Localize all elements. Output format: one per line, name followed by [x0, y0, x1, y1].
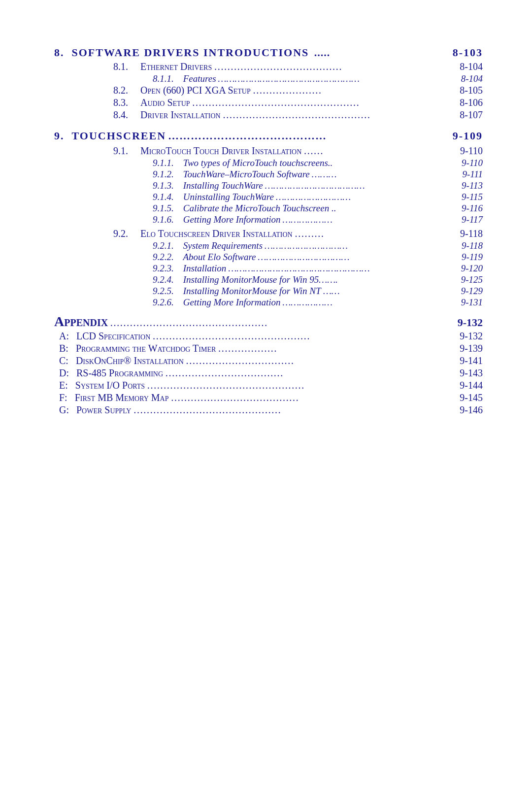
section-9-1-3-number: 9.1.3.: [153, 180, 174, 191]
section-9-1-4-dots: ………………………: [276, 192, 460, 202]
toc: 8. SOFTWARE DRIVERS INTRODUCTIONS ..... …: [54, 46, 483, 416]
toc-section-9-1-4[interactable]: 9.1.4. Uninstalling TouchWare ……………………… …: [54, 192, 483, 202]
section-9-2-2-page: 9-119: [462, 252, 483, 263]
appendix-title: Appendix: [54, 314, 108, 329]
toc-section-9-2-6[interactable]: 9.2.6. Getting More Information ……………… 9…: [54, 297, 483, 308]
section-9-2-3-title: Installation: [183, 263, 227, 273]
section-8-1-1-page: 8-104: [461, 73, 483, 84]
appendix-e-label: E:: [59, 380, 68, 391]
toc-appendix-g[interactable]: G: Power Supply ……………………………………… 9-146: [54, 404, 483, 416]
toc-section-8-1-1[interactable]: 8.1.1. Features …………………………………………… 8-104: [54, 73, 483, 84]
section-9-2-4-number: 9.2.4.: [153, 274, 174, 285]
toc-section-9-2-4[interactable]: 9.2.4. Installing MonitorMouse for Win 9…: [54, 274, 483, 285]
toc-section-9-1[interactable]: 9.1. MicroTouch Touch Driver Installatio…: [54, 145, 483, 157]
toc-appendix-b[interactable]: B: Programming the Watchdog Timer …………………: [54, 343, 483, 354]
section-9-2-3-page: 9-120: [461, 263, 483, 274]
toc-section-9-1-6[interactable]: 9.1.6. Getting More Information ……………… 9…: [54, 214, 483, 225]
appendix-b-title: Programming the Watchdog Timer: [76, 343, 216, 354]
section-8-2-title: Open (660) PCI XGA Setup: [140, 85, 251, 96]
toc-section-9-2-5[interactable]: 9.2.5. Installing MonitorMouse for Win N…: [54, 286, 483, 297]
section-9-1-2-dots: ………: [312, 169, 461, 180]
section-9-1-2-page: 9-111: [462, 169, 483, 180]
section-9-2-5-number: 9.2.5.: [153, 286, 174, 296]
toc-appendix[interactable]: Appendix ………………………………………… 9-132: [54, 314, 483, 330]
section-8-1-1-title: Features: [183, 73, 216, 84]
toc-section-9-1-3[interactable]: 9.1.3. Installing TouchWare …………………………………: [54, 180, 483, 191]
toc-section-8-2[interactable]: 8.2. Open (660) PCI XGA Setup ………………… 8-…: [54, 85, 483, 96]
appendix-c-title: DiskOnChip® Installation: [76, 355, 184, 366]
section-9-1-3-page: 9-113: [462, 180, 483, 191]
appendix-a-dots: …………………………………………: [152, 331, 458, 342]
section-9-1-4-number: 9.1.4.: [153, 192, 174, 202]
section-9-1-number: 9.1.: [113, 145, 128, 156]
section-9-1-5-page: 9-116: [462, 203, 483, 214]
section-8-1-title: Ethernet Drivers: [140, 61, 212, 72]
appendix-e-title: System I/O Ports: [75, 380, 145, 391]
section-9-dots: ……………………………………: [168, 130, 451, 142]
appendix-g-page: 9-146: [460, 404, 483, 416]
toc-appendix-c[interactable]: C: DiskOnChip® Installation …………………………… …: [54, 355, 483, 366]
appendix-c-label: C:: [59, 355, 68, 366]
section-8-2-number: 8.2.: [113, 85, 128, 96]
appendix-e-dots: …………………………………………: [147, 380, 458, 391]
appendix-g-dots: ………………………………………: [133, 404, 458, 416]
appendix-f-label: F:: [59, 392, 67, 403]
toc-section-9-2[interactable]: 9.2. Elo Touchscreen Driver Installation…: [54, 228, 483, 239]
section-9-2-6-title: Getting More Information: [183, 297, 281, 307]
section-9-1-page: 9-110: [460, 145, 483, 157]
section-9-2-3-number: 9.2.3.: [153, 263, 174, 273]
appendix-d-page: 9-143: [460, 367, 483, 379]
toc-section-9[interactable]: 9. TOUCHSCREEN …………………………………… 9-109: [54, 130, 483, 142]
section-8-4-title: Driver Installation: [140, 109, 221, 120]
section-9-1-5-number: 9.1.5.: [153, 203, 174, 213]
appendix-d-title: RS-485 Programming: [76, 367, 163, 378]
toc-section-8[interactable]: 8. SOFTWARE DRIVERS INTRODUCTIONS ..... …: [54, 46, 483, 59]
toc-section-9-2-1[interactable]: 9.2.1. System Requirements ………………………… 9-…: [54, 240, 483, 251]
section-8-page: 8-103: [453, 46, 483, 59]
section-9-1-3-dots: ………………………………: [265, 180, 460, 191]
section-9-1-title: MicroTouch Touch Driver Installation: [140, 145, 301, 156]
section-9-2-2-number: 9.2.2.: [153, 252, 174, 262]
section-8-2-page: 8-105: [460, 85, 483, 96]
section-9-1-1-title: Two types of MicroTouch touchscreens..: [183, 158, 333, 168]
appendix-a-title: LCD Specification: [76, 331, 150, 341]
section-8-1-page: 8-104: [460, 61, 483, 72]
toc-appendix-d[interactable]: D: RS-485 Programming ……………………………… 9-143: [54, 367, 483, 379]
appendix-f-dots: …………………………………: [171, 392, 458, 403]
section-9-2-dots: ………: [295, 228, 458, 239]
toc-section-8-3[interactable]: 8.3. Audio Setup …………………………………………… 8-106: [54, 97, 483, 108]
appendix-a-label: A:: [59, 331, 69, 341]
section-9-1-5-title: Calibrate the MicroTouch Touchscreen ..: [183, 203, 336, 213]
toc-section-8-4[interactable]: 8.4. Driver Installation …………………………………………: [54, 109, 483, 121]
toc-section-8-1[interactable]: 8.1. Ethernet Drivers ………………………………… 8-10…: [54, 61, 483, 72]
appendix-b-page: 9-139: [460, 343, 483, 354]
section-9-number: 9.: [54, 130, 72, 142]
section-9-1-1-number: 9.1.1.: [153, 158, 174, 168]
toc-section-9-2-2[interactable]: 9.2.2. About Elo Software …………………………… 9-…: [54, 252, 483, 263]
section-9-2-1-dots: …………………………: [265, 240, 460, 251]
section-9-2-4-page: 9-125: [461, 274, 483, 285]
section-9-2-page: 9-118: [460, 228, 483, 239]
toc-section-9-1-5[interactable]: 9.1.5. Calibrate the MicroTouch Touchscr…: [54, 203, 483, 214]
section-9-2-5-page: 9-129: [461, 286, 483, 297]
section-9-1-6-dots: ………………: [282, 214, 460, 225]
section-9-1-4-page: 9-115: [462, 192, 483, 202]
section-8-title: SOFTWARE DRIVERS INTRODUCTIONS: [72, 46, 309, 59]
appendix-dots: …………………………………………: [110, 317, 456, 329]
section-9-2-6-dots: ………………: [282, 297, 459, 308]
toc-section-9-1-2[interactable]: 9.1.2. TouchWare–MicroTouch Software …………: [54, 169, 483, 180]
section-8-dots: .....: [311, 46, 450, 59]
section-9-page: 9-109: [453, 130, 483, 142]
appendix-a-page: 9-132: [460, 331, 483, 342]
section-8-3-page: 8-106: [460, 97, 483, 108]
section-8-1-1-number: 8.1.1.: [153, 73, 174, 84]
section-9-2-1-title: System Requirements: [183, 240, 263, 251]
section-9-2-title: Elo Touchscreen Driver Installation: [140, 228, 293, 239]
toc-appendix-a[interactable]: A: LCD Specification ………………………………………… 9-…: [54, 331, 483, 342]
section-9-2-6-number: 9.2.6.: [153, 297, 174, 307]
toc-section-9-2-3[interactable]: 9.2.3. Installation …………………………………………… 9-…: [54, 263, 483, 274]
appendix-c-page: 9-141: [460, 355, 483, 366]
toc-section-9-1-1[interactable]: 9.1.1. Two types of MicroTouch touchscre…: [54, 158, 483, 168]
toc-appendix-e[interactable]: E: System I/O Ports ………………………………………… 9-1…: [54, 380, 483, 391]
toc-appendix-f[interactable]: F: First MB Memory Map ………………………………… 9-1…: [54, 392, 483, 403]
